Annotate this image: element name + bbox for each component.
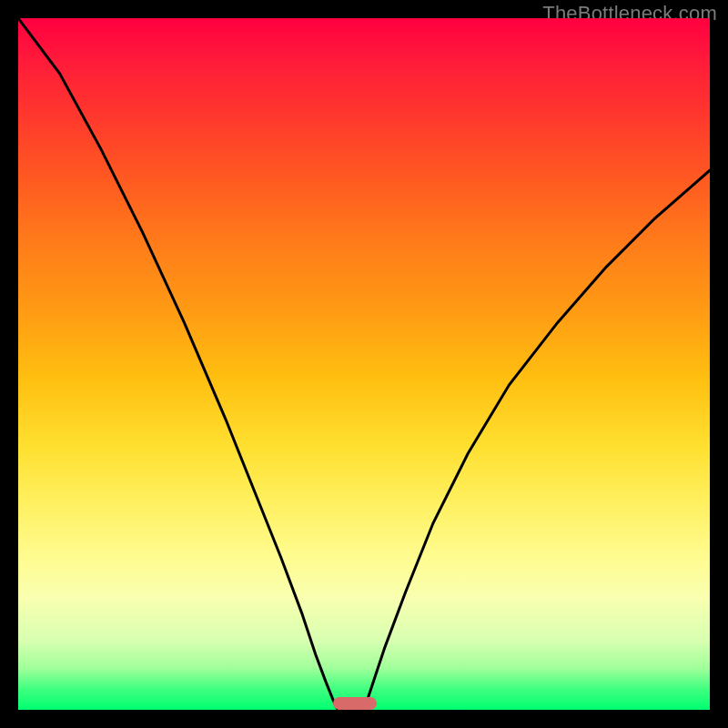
right-branch-curve <box>364 170 710 710</box>
left-branch-curve <box>18 18 338 710</box>
plot-frame <box>18 18 710 710</box>
curve-layer <box>18 18 710 710</box>
cusp-marker <box>333 697 377 710</box>
